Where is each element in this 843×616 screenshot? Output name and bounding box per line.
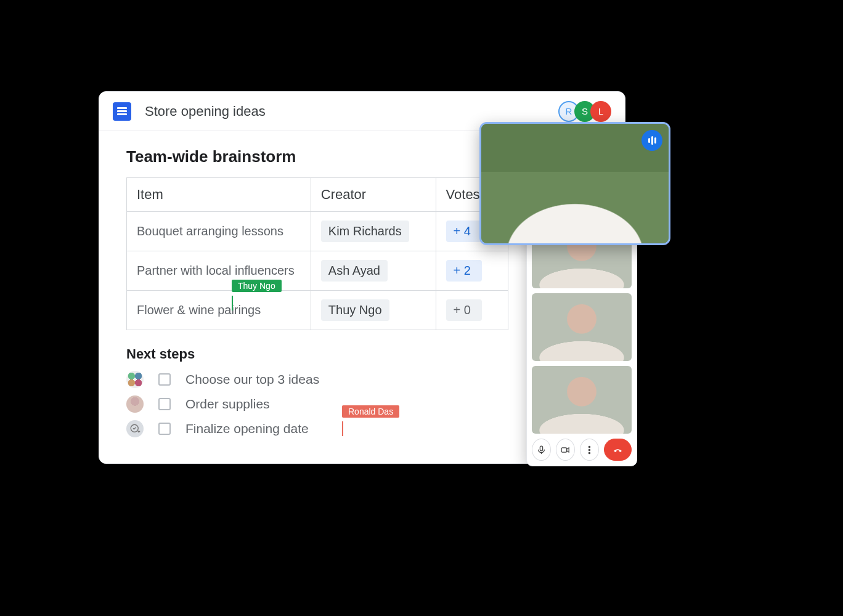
mic-toggle-button[interactable]	[532, 439, 551, 461]
collab-cursor-label: Thuy Ngo	[232, 280, 282, 292]
active-speaker-tile[interactable]	[479, 122, 670, 245]
collab-cursor-label: Ronald Das	[342, 405, 399, 418]
table-row: Bouquet arranging lessons Kim Richards +…	[127, 212, 508, 251]
step-text[interactable]: Order supplies	[185, 397, 270, 411]
collaborator-avatars: R S L	[563, 101, 611, 122]
call-controls	[532, 439, 632, 461]
creator-chip[interactable]: Ash Ayad	[321, 260, 388, 282]
avatar-l[interactable]: L	[590, 101, 611, 122]
more-options-button[interactable]	[580, 439, 599, 461]
svg-point-5	[589, 452, 590, 453]
col-creator: Creator	[311, 178, 436, 212]
checkbox[interactable]	[158, 373, 171, 386]
checkbox[interactable]	[158, 423, 171, 435]
checkbox[interactable]	[158, 398, 171, 410]
svg-rect-2	[561, 447, 567, 452]
svg-point-4	[589, 449, 590, 450]
table-header-row: Item Creator Votes	[127, 178, 508, 212]
docs-app-icon	[113, 102, 131, 121]
speaker-video-placeholder	[481, 124, 669, 243]
step-text[interactable]: Choose our top 3 ideas	[185, 372, 319, 387]
speaking-indicator-icon	[641, 130, 662, 151]
vote-chip[interactable]: + 0	[446, 299, 482, 321]
doc-title[interactable]: Store opening ideas	[145, 103, 266, 120]
cell-item[interactable]: Partner with local influencers	[127, 251, 311, 291]
video-call-panel	[526, 215, 637, 466]
cell-item[interactable]: Bouquet arranging lessons	[127, 212, 311, 251]
creator-chip[interactable]: Thuy Ngo	[321, 299, 389, 321]
vote-chip[interactable]: + 2	[446, 260, 482, 282]
svg-point-3	[589, 446, 590, 447]
participant-thumbnail[interactable]	[532, 293, 632, 361]
hang-up-button[interactable]	[604, 439, 632, 461]
assign-task-icon[interactable]	[126, 420, 144, 437]
col-item: Item	[127, 178, 311, 212]
svg-rect-1	[540, 446, 542, 451]
step-text[interactable]: Finalize opening date	[185, 421, 309, 436]
cell-item[interactable]: Flower & wine pairings Thuy Ngo	[127, 291, 311, 330]
collab-cursor-green	[232, 296, 233, 310]
vote-chip[interactable]: + 4	[446, 221, 482, 242]
table-row: Partner with local influencers Ash Ayad …	[127, 251, 508, 291]
camera-toggle-button[interactable]	[556, 439, 575, 461]
assignee-multi-icon[interactable]	[126, 371, 144, 388]
participant-thumbnail[interactable]	[532, 366, 632, 434]
assignee-avatar[interactable]	[126, 395, 144, 413]
collab-cursor-red	[342, 421, 343, 436]
table-row: Flower & wine pairings Thuy Ngo Thuy Ngo…	[127, 291, 508, 330]
creator-chip[interactable]: Kim Richards	[321, 221, 409, 242]
ideas-table: Item Creator Votes Bouquet arranging les…	[126, 177, 508, 330]
